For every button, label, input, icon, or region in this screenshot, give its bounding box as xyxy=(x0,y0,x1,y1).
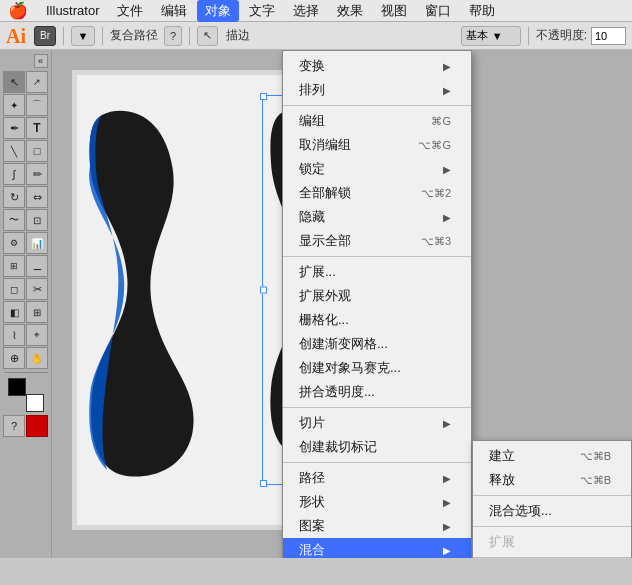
help-button[interactable]: ? xyxy=(164,26,182,46)
lasso-tool[interactable]: ⌒ xyxy=(26,94,48,116)
stroke-label: 描边 xyxy=(226,27,250,44)
style-label: 基本 xyxy=(466,28,488,43)
toolbar-separator-4 xyxy=(528,27,529,45)
canvas-area: 变换 ▶ 排列 ▶ 编组 ⌘G 取消编组 ⌥⌘G 锁定 ▶ 全部解锁 xyxy=(52,50,632,558)
blend-release-label: 释放 xyxy=(489,471,515,489)
menu-text[interactable]: 文字 xyxy=(241,0,283,22)
tool-row-7: 〜 ⊡ xyxy=(3,209,48,231)
menu-arrange[interactable]: 排列 ▶ xyxy=(283,78,471,102)
menu-help[interactable]: 帮助 xyxy=(461,0,503,22)
type-tool[interactable]: T xyxy=(26,117,48,139)
stroke-swatch[interactable] xyxy=(26,394,44,412)
tool-row-5: ∫ ✏ xyxy=(3,163,48,185)
menu-file[interactable]: 文件 xyxy=(109,0,151,22)
menu-path[interactable]: 路径 ▶ xyxy=(283,466,471,490)
pencil-tool[interactable]: ✏ xyxy=(26,163,48,185)
menu-shape[interactable]: 形状 ▶ xyxy=(283,490,471,514)
menu-window[interactable]: 窗口 xyxy=(417,0,459,22)
transform-label: 变换 xyxy=(299,57,325,75)
pattern-label: 图案 xyxy=(299,517,325,535)
measure-tool[interactable]: ⌖ xyxy=(26,324,48,346)
warp-tool[interactable]: 〜 xyxy=(3,209,25,231)
object-dropdown-menu: 变换 ▶ 排列 ▶ 编组 ⌘G 取消编组 ⌥⌘G 锁定 ▶ 全部解锁 xyxy=(282,50,472,558)
blend-release[interactable]: 释放 ⌥⌘B xyxy=(473,468,631,492)
mesh-tool[interactable]: ⊞ xyxy=(26,301,48,323)
menu-edit[interactable]: 编辑 xyxy=(153,0,195,22)
menu-transform[interactable]: 变换 ▶ xyxy=(283,54,471,78)
eraser-tool[interactable]: ◻ xyxy=(3,278,25,300)
menu-rasterize[interactable]: 栅格化... xyxy=(283,308,471,332)
menu-expand[interactable]: 扩展... xyxy=(283,260,471,284)
menu-view[interactable]: 视图 xyxy=(373,0,415,22)
toolbar-separator-1 xyxy=(63,27,64,45)
shape-tool[interactable]: □ xyxy=(26,140,48,162)
rotate-tool[interactable]: ↻ xyxy=(3,186,25,208)
blend-make[interactable]: 建立 ⌥⌘B xyxy=(473,444,631,468)
artboard-tool[interactable]: ⊞ xyxy=(3,255,25,277)
menu-select[interactable]: 选择 xyxy=(285,0,327,22)
free-transform-tool[interactable]: ⊡ xyxy=(26,209,48,231)
zoom-tool[interactable]: ⊕ xyxy=(3,347,25,369)
menu-lock[interactable]: 锁定 ▶ xyxy=(283,157,471,181)
handle-tl[interactable] xyxy=(260,93,267,100)
style-dropdown[interactable]: 基本 ▼ xyxy=(461,26,521,46)
handle-ml[interactable] xyxy=(260,287,267,294)
menu-effect[interactable]: 效果 xyxy=(329,0,371,22)
flatten-transparency-label: 拼合透明度... xyxy=(299,383,375,401)
menu-group[interactable]: 编组 ⌘G xyxy=(283,109,471,133)
blend-sep-3 xyxy=(473,557,631,558)
path-label: 路径 xyxy=(299,469,325,487)
br-button[interactable]: Br xyxy=(34,26,56,46)
apple-menu[interactable]: 🍎 xyxy=(8,1,28,20)
unlock-all-label: 全部解锁 xyxy=(299,184,351,202)
gradient-tool[interactable]: ◧ xyxy=(3,301,25,323)
eyedropper-tool[interactable]: ⌇ xyxy=(3,324,25,346)
line-tool[interactable]: ╲ xyxy=(3,140,25,162)
menu-create-trim-marks[interactable]: 创建裁切标记 xyxy=(283,435,471,459)
cursor-btn[interactable]: ↖ xyxy=(197,26,218,46)
menu-flatten-transparency[interactable]: 拼合透明度... xyxy=(283,380,471,404)
tool-row-8: ⚙ 📊 xyxy=(3,232,48,254)
toolbox-collapse[interactable]: « xyxy=(34,54,48,68)
magic-wand-tool[interactable]: ✦ xyxy=(3,94,25,116)
menu-illustrator[interactable]: Illustrator xyxy=(38,1,107,20)
slice-tool[interactable]: ⚊ xyxy=(26,255,48,277)
pen-tool[interactable]: ✒ xyxy=(3,117,25,139)
direct-selection-tool[interactable]: ↗ xyxy=(26,71,48,93)
tool-row-13: ⊕ ✋ xyxy=(3,347,48,369)
menu-expand-appearance[interactable]: 扩展外观 xyxy=(283,284,471,308)
show-all-label: 显示全部 xyxy=(299,232,351,250)
blend-options[interactable]: 混合选项... xyxy=(473,499,631,523)
red-indicator[interactable] xyxy=(26,415,48,437)
blend-expand-label: 扩展 xyxy=(489,533,515,551)
handle-bl[interactable] xyxy=(260,480,267,487)
blend-sep-1 xyxy=(473,495,631,496)
menu-blend[interactable]: 混合 ▶ xyxy=(283,538,471,558)
shape-label: 形状 xyxy=(299,493,325,511)
menu-object[interactable]: 对象 xyxy=(197,0,239,22)
graph-tool[interactable]: 📊 xyxy=(26,232,48,254)
menu-pattern[interactable]: 图案 ▶ xyxy=(283,514,471,538)
help-tool[interactable]: ? xyxy=(3,415,25,437)
mode-dropdown[interactable]: ▼ xyxy=(71,26,95,46)
menu-ungroup[interactable]: 取消编组 ⌥⌘G xyxy=(283,133,471,157)
reflect-tool[interactable]: ⇔ xyxy=(26,186,48,208)
hand-tool[interactable]: ✋ xyxy=(26,347,48,369)
menu-create-gradient-mesh[interactable]: 创建渐变网格... xyxy=(283,332,471,356)
symbol-tool[interactable]: ⚙ xyxy=(3,232,25,254)
scissors-tool[interactable]: ✂ xyxy=(26,278,48,300)
slice-label: 切片 xyxy=(299,414,325,432)
paintbrush-tool[interactable]: ∫ xyxy=(3,163,25,185)
menu-unlock-all[interactable]: 全部解锁 ⌥⌘2 xyxy=(283,181,471,205)
opacity-input[interactable] xyxy=(591,27,626,45)
menu-slice[interactable]: 切片 ▶ xyxy=(283,411,471,435)
ai-logo: Ai xyxy=(6,26,26,46)
blend-submenu: 建立 ⌥⌘B 释放 ⌥⌘B 混合选项... 扩展 替换混合轴 反向混合轴 xyxy=(472,440,632,558)
menu-hide[interactable]: 隐藏 ▶ xyxy=(283,205,471,229)
toolbox-separator xyxy=(4,372,48,373)
fill-swatch[interactable] xyxy=(8,378,26,396)
toolbar-separator-3 xyxy=(189,27,190,45)
menu-object-mosaic[interactable]: 创建对象马赛克... xyxy=(283,356,471,380)
selection-tool[interactable]: ↖ xyxy=(3,71,25,93)
menu-show-all[interactable]: 显示全部 ⌥⌘3 xyxy=(283,229,471,253)
